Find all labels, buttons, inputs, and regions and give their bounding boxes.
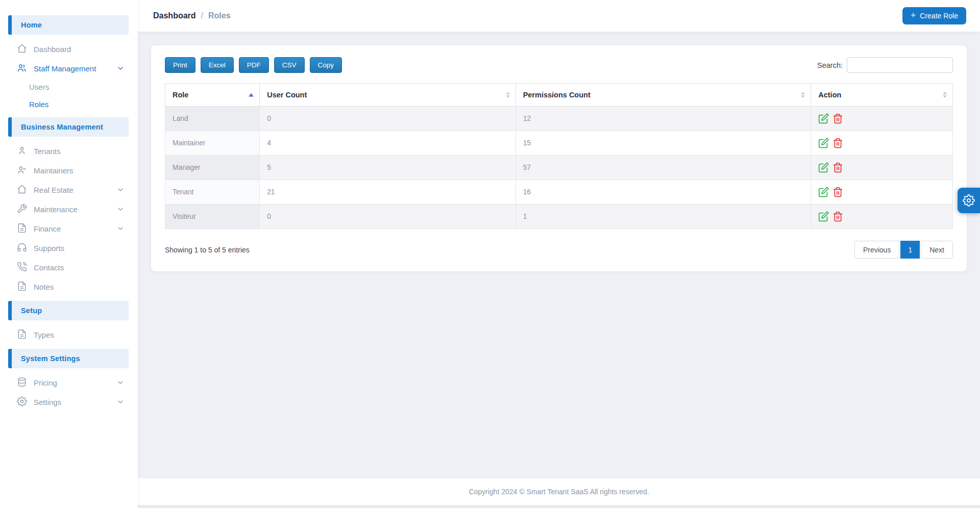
table-header-row: Role User Count Permissions Count (165, 84, 953, 107)
wrench-icon (17, 204, 27, 215)
document-icon (17, 281, 27, 293)
column-header-user-count[interactable]: User Count (260, 84, 516, 107)
search-label: Search: (817, 61, 843, 69)
pdf-button[interactable]: PDF (239, 57, 269, 73)
content: Print Excel PDF CSV Copy Search: Role (138, 32, 980, 478)
chevron-down-icon (116, 378, 125, 387)
home-icon (17, 184, 27, 196)
sidebar-item-maintenance[interactable]: Maintenance (0, 199, 138, 219)
sidebar-section-setup-label: Setup (21, 307, 42, 315)
sidebar-item-label: Notes (34, 283, 54, 291)
copy-button[interactable]: Copy (310, 57, 342, 73)
breadcrumb-dashboard-link[interactable]: Dashboard (153, 11, 196, 20)
person-check-icon (17, 165, 27, 176)
sidebar-section-setup[interactable]: Setup (8, 301, 129, 320)
delete-icon[interactable] (832, 162, 843, 173)
print-button[interactable]: Print (165, 57, 195, 73)
sidebar-section-business-management[interactable]: Business Management (8, 117, 129, 137)
sort-icons (506, 92, 510, 98)
sidebar-item-dashboard[interactable]: Dashboard (0, 39, 138, 59)
edit-icon[interactable] (818, 138, 829, 148)
table-footer: Showing 1 to 5 of 5 entries Previous 1 N… (165, 241, 953, 259)
column-header-action[interactable]: Action (811, 84, 953, 107)
sidebar-item-types[interactable]: Types (0, 325, 138, 344)
sidebar-item-maintainers[interactable]: Maintainers (0, 161, 138, 180)
edit-icon[interactable] (818, 211, 829, 222)
database-icon (17, 377, 27, 389)
entries-info: Showing 1 to 5 of 5 entries (165, 246, 250, 254)
chevron-down-icon (116, 398, 125, 406)
create-role-button[interactable]: + Create Role (902, 7, 966, 24)
breadcrumb: Dashboard / Roles (153, 11, 231, 20)
sidebar-section-system-settings[interactable]: System Settings (8, 349, 129, 368)
chevron-down-icon (116, 205, 125, 213)
page-1-button[interactable]: 1 (900, 241, 920, 259)
table-row: Maintainer 4 15 (165, 131, 953, 156)
sidebar-section-business-label: Business Management (21, 123, 103, 131)
sidebar-item-label: Maintenance (34, 205, 78, 214)
sidebar-item-pricing[interactable]: Pricing (0, 373, 138, 392)
chevron-down-icon (116, 186, 125, 194)
sidebar-item-label: Staff Management (34, 64, 96, 73)
gear-icon (17, 396, 27, 408)
sidebar-item-label: Supports (34, 244, 64, 252)
sidebar-item-roles[interactable]: Roles (0, 95, 138, 113)
delete-icon[interactable] (832, 187, 843, 197)
sidebar-item-label: Types (34, 331, 54, 339)
plus-icon: + (911, 10, 916, 21)
sidebar-item-real-estate[interactable]: Real Estate (0, 180, 138, 199)
sort-asc-icon (249, 93, 254, 97)
roles-card: Print Excel PDF CSV Copy Search: Role (151, 45, 967, 271)
sidebar-item-supports[interactable]: Supports (0, 238, 138, 258)
action-cell (811, 156, 953, 180)
action-cell (811, 107, 953, 131)
user-count-cell: 21 (260, 180, 516, 205)
edit-icon[interactable] (818, 162, 829, 173)
copyright-text: Copyright 2024 © Smart Tenant SaaS All r… (469, 488, 649, 496)
permissions-count-cell: 15 (516, 131, 811, 156)
sidebar-item-users[interactable]: Users (0, 78, 138, 95)
search-input[interactable] (847, 57, 953, 73)
sidebar-item-label: Users (29, 83, 49, 91)
theme-settings-toggle-button[interactable] (958, 188, 980, 213)
sidebar-section-home-label: Home (21, 21, 42, 29)
breadcrumb-current: Roles (208, 11, 231, 20)
table-row: Land 0 12 (165, 107, 953, 131)
headphones-icon (17, 242, 27, 254)
sidebar: Home Dashboard Staff Management Users Ro… (0, 0, 138, 508)
chevron-down-icon (116, 64, 125, 72)
document-icon (17, 329, 27, 341)
delete-icon[interactable] (832, 113, 843, 124)
table-row: Manager 5 57 (165, 156, 953, 180)
column-header-permissions-count[interactable]: Permissions Count (516, 84, 811, 107)
edit-icon[interactable] (818, 187, 829, 197)
next-page-button[interactable]: Next (921, 241, 953, 259)
delete-icon[interactable] (832, 211, 843, 222)
previous-page-button[interactable]: Previous (854, 241, 899, 259)
permissions-count-cell: 57 (516, 156, 811, 180)
sidebar-item-label: Settings (34, 398, 61, 407)
sidebar-item-label: Contacts (34, 263, 64, 272)
role-cell: Manager (165, 156, 260, 180)
sidebar-item-tenants[interactable]: Tenants (0, 141, 138, 161)
sidebar-item-notes[interactable]: Notes (0, 277, 138, 296)
delete-icon[interactable] (832, 138, 843, 148)
excel-button[interactable]: Excel (201, 57, 234, 73)
sidebar-section-home[interactable]: Home (8, 15, 129, 35)
sidebar-item-settings[interactable]: Settings (0, 392, 138, 412)
role-cell: Tenant (165, 180, 260, 205)
action-cell (811, 131, 953, 156)
sidebar-item-contacts[interactable]: Contacts (0, 258, 138, 277)
column-header-role[interactable]: Role (165, 84, 260, 107)
sort-icons (943, 92, 947, 98)
topbar: Dashboard / Roles + Create Role (138, 0, 980, 32)
sidebar-item-staff-management[interactable]: Staff Management (0, 59, 138, 78)
sidebar-item-finance[interactable]: Finance (0, 219, 138, 238)
edit-icon[interactable] (818, 113, 829, 124)
sidebar-item-label: Dashboard (34, 45, 71, 54)
sidebar-item-label: Maintainers (34, 166, 74, 175)
sidebar-item-label: Tenants (34, 147, 61, 156)
permissions-count-cell: 16 (516, 180, 811, 205)
chevron-down-icon (116, 224, 125, 233)
csv-button[interactable]: CSV (274, 57, 305, 73)
